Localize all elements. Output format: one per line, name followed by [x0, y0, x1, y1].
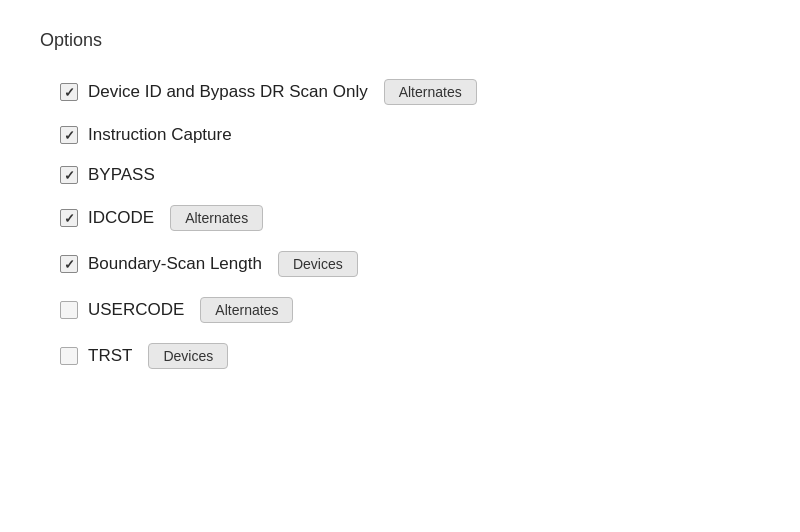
- options-list: ✓Device ID and Bypass DR Scan OnlyAltern…: [40, 69, 477, 379]
- option-row-bypass: ✓BYPASS: [40, 155, 477, 195]
- label-trst: TRST: [88, 346, 132, 366]
- option-row-usercode: USERCODEAlternates: [40, 287, 477, 333]
- checkmark-icon: ✓: [64, 212, 75, 225]
- checkmark-icon: ✓: [64, 169, 75, 182]
- button-boundary-scan-length[interactable]: Devices: [278, 251, 358, 277]
- checkmark-icon: ✓: [64, 86, 75, 99]
- checkmark-icon: ✓: [64, 258, 75, 271]
- button-usercode[interactable]: Alternates: [200, 297, 293, 323]
- checkbox-bypass[interactable]: ✓: [60, 166, 78, 184]
- label-device-id-bypass: Device ID and Bypass DR Scan Only: [88, 82, 368, 102]
- button-device-id-bypass[interactable]: Alternates: [384, 79, 477, 105]
- button-idcode[interactable]: Alternates: [170, 205, 263, 231]
- checkbox-device-id-bypass[interactable]: ✓: [60, 83, 78, 101]
- checkbox-instruction-capture[interactable]: ✓: [60, 126, 78, 144]
- option-row-device-id-bypass: ✓Device ID and Bypass DR Scan OnlyAltern…: [40, 69, 477, 115]
- label-usercode: USERCODE: [88, 300, 184, 320]
- label-boundary-scan-length: Boundary-Scan Length: [88, 254, 262, 274]
- button-trst[interactable]: Devices: [148, 343, 228, 369]
- options-panel: Options ✓Device ID and Bypass DR Scan On…: [40, 30, 477, 379]
- option-row-instruction-capture: ✓Instruction Capture: [40, 115, 477, 155]
- checkbox-trst[interactable]: [60, 347, 78, 365]
- checkmark-icon: ✓: [64, 129, 75, 142]
- options-title: Options: [40, 30, 477, 51]
- checkbox-idcode[interactable]: ✓: [60, 209, 78, 227]
- label-idcode: IDCODE: [88, 208, 154, 228]
- checkbox-usercode[interactable]: [60, 301, 78, 319]
- label-bypass: BYPASS: [88, 165, 155, 185]
- option-row-idcode: ✓IDCODEAlternates: [40, 195, 477, 241]
- checkbox-boundary-scan-length[interactable]: ✓: [60, 255, 78, 273]
- option-row-boundary-scan-length: ✓Boundary-Scan LengthDevices: [40, 241, 477, 287]
- option-row-trst: TRSTDevices: [40, 333, 477, 379]
- label-instruction-capture: Instruction Capture: [88, 125, 232, 145]
